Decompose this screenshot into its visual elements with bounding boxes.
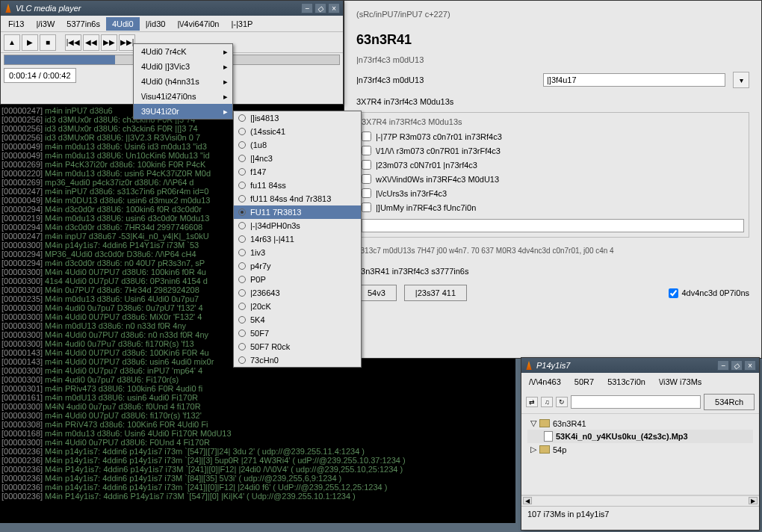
module-checkbox[interactable] <box>362 188 371 198</box>
eq-preset[interactable]: (14ssic41 <box>234 125 361 138</box>
interface-module-input[interactable] <box>543 73 725 87</box>
radio-icon <box>238 114 246 122</box>
close-icon[interactable]: × <box>744 360 756 371</box>
h-scrollbar[interactable]: ◀ ▶ <box>521 495 759 506</box>
close-icon[interactable]: × <box>328 3 340 13</box>
menu-item[interactable]: 39U41i20r <box>134 104 232 119</box>
forward-button[interactable]: ▶▶ <box>101 34 117 51</box>
radio-icon <box>238 141 246 149</box>
eq-preset[interactable]: P0P <box>234 273 361 286</box>
radio-icon <box>238 262 246 270</box>
eq-preset[interactable]: |236643 <box>234 286 361 300</box>
interface-module-label: |n73rf4c3 m0dU13 <box>356 75 536 84</box>
module-checkbox-row[interactable]: |\/cUrs3s in73rF4c3 <box>362 186 744 200</box>
eq-preset[interactable]: |-|34dPH0n3s <box>234 219 361 232</box>
playlist-search-input[interactable] <box>571 395 701 409</box>
eq-preset[interactable]: |20cK <box>234 300 361 313</box>
menu-|\/4vi647i0n[interactable]: |\/4vi647i0n <box>171 17 225 31</box>
playlist-status: 107 i73Ms in p14y1is7 <box>521 506 759 522</box>
module-checkbox-row[interactable]: |]UmMy in7RF4c3 fUnc7i0n <box>362 200 744 214</box>
module-checkbox[interactable] <box>362 160 371 170</box>
eq-preset[interactable]: FU11 7R3813 <box>234 205 361 219</box>
playlist-tab[interactable]: /\/\4n463 <box>526 376 564 388</box>
module-checkbox[interactable] <box>362 174 371 184</box>
maximize-icon[interactable]: ◇ <box>315 3 326 13</box>
settings-subtitle: |n73rf4c3 m0dU13 <box>344 55 761 69</box>
module-checkbox[interactable] <box>362 202 371 212</box>
radio-icon <box>238 222 246 229</box>
rewind-button[interactable]: ◀◀ <box>83 34 99 51</box>
general-settings-heading: 63n3R41 in73Rf4c3 s3777in6s <box>344 259 761 279</box>
module-checkbox-row[interactable]: \/1/\/\ r3m073 c0n7R01 in73rFf4c3 <box>362 143 744 158</box>
advanced-options-toggle[interactable]: 4dv4nc3d 0P7i0ns <box>669 288 749 298</box>
shuffle-icon[interactable]: ⇄ <box>526 397 538 407</box>
eq-preset[interactable]: (1u8 <box>234 138 361 152</box>
save-button[interactable]: 54v3 <box>356 285 397 301</box>
module-checkbox-row[interactable]: |-|77P R3m073 c0n7r01 in73Rf4c3 <box>362 129 744 143</box>
equalizer-submenu: |]is4813(14ssic41(1u8|]4nc3f147fu11 84ss… <box>233 111 362 368</box>
eq-preset[interactable]: 50F7 <box>234 327 361 340</box>
menu-|/i3W[interactable]: |/i3W <box>30 17 61 31</box>
playlist-tab[interactable]: 5313c7i0n <box>604 376 648 388</box>
tree-row[interactable]: 53K4i_n0_y4KUs0ku_(42s3c).Mp3 <box>527 430 753 443</box>
module-checkbox[interactable] <box>362 146 371 155</box>
tree-row[interactable]: ▽63n3R41 <box>527 417 753 430</box>
dropdown-icon[interactable]: ▾ <box>733 72 749 88</box>
extra-modules-heading: 3X7R4 in73rf4c3 M0du13s <box>344 91 761 108</box>
vlc-cone-icon <box>4 4 13 13</box>
eq-preset[interactable]: 5K4 <box>234 313 361 327</box>
playlist-tab[interactable]: 50R7 <box>572 376 597 388</box>
minimize-icon[interactable]: − <box>717 360 729 371</box>
radio-icon <box>238 330 246 337</box>
menu-5377in6s[interactable]: 5377in6s <box>61 17 106 31</box>
eq-preset[interactable]: fu11 84ss <box>234 179 361 192</box>
eq-preset[interactable]: 14r63 |-|411 <box>234 232 361 246</box>
playlist-titlebar[interactable]: P14y1is7 − ◇ × <box>521 358 759 373</box>
stop-button[interactable]: ■ <box>40 34 56 51</box>
radio-icon <box>238 276 246 283</box>
eq-preset[interactable]: f147 <box>234 165 361 179</box>
menu-item[interactable]: 4Udi0 (h4nn31s <box>134 74 232 89</box>
minimize-icon[interactable]: − <box>301 3 313 13</box>
search-button[interactable]: 534Rch <box>704 394 755 410</box>
eq-preset[interactable]: 73cHn0 <box>234 353 361 367</box>
playlist-tab[interactable]: \/i3W i73Ms <box>656 376 704 388</box>
modules-input[interactable] <box>362 219 744 232</box>
menu-item[interactable]: 4Udi0 |]3Vic3 <box>134 59 232 74</box>
module-checkbox-row[interactable]: wX\/\/ind0Ws in73RF4c3 M0dU13 <box>362 172 744 186</box>
loop-icon[interactable]: ↻ <box>556 397 568 407</box>
menu-|/id30[interactable]: |/id30 <box>140 17 172 31</box>
menu-Fi13[interactable]: Fi13 <box>2 17 30 31</box>
settings-desc: 5313c7 m0dU13s 7H47 j00 w4n7. 70 637 M0R… <box>344 242 761 259</box>
radio-icon <box>238 356 246 364</box>
eq-preset[interactable]: |]is4813 <box>234 111 361 125</box>
module-checkbox[interactable] <box>362 132 371 141</box>
tree-row[interactable]: ▷54p <box>527 443 753 456</box>
playlist-tabs: /\/\4n46350R75313c7i0n\/i3W i73Ms <box>521 373 759 391</box>
menu-item[interactable]: 4Udi0 7r4cK <box>134 44 232 59</box>
menu-4Udi0[interactable]: 4Udi0 <box>106 17 140 31</box>
play-button[interactable]: ▶ <box>22 34 38 51</box>
eq-preset[interactable]: fU11 84ss 4nd 7r3813 <box>234 192 361 205</box>
eq-preset[interactable]: |]4nc3 <box>234 152 361 165</box>
module-checkbox-row[interactable]: |23m073 c0N7r01 |n73rf4c3 <box>362 158 744 172</box>
eq-preset[interactable]: p4r7y <box>234 259 361 273</box>
advanced-checkbox[interactable] <box>669 288 678 298</box>
folder-icon <box>539 445 550 454</box>
settings-title: 63n3R41 <box>344 28 761 55</box>
menu-item[interactable]: \/isu41i247i0ns <box>134 89 232 104</box>
menu-|-|31P[interactable]: |-|31P <box>225 17 258 31</box>
vlc-titlebar[interactable]: VLC media player − ◇ × <box>1 1 343 16</box>
radio-icon <box>238 316 246 324</box>
radio-icon <box>238 128 246 135</box>
eq-preset[interactable]: 1iv3 <box>234 246 361 259</box>
reset-all-button[interactable]: |23s37 411 <box>404 285 467 301</box>
radio-icon <box>238 168 246 176</box>
maximize-icon[interactable]: ◇ <box>731 360 743 371</box>
repeat-icon[interactable]: ♫ <box>541 397 553 407</box>
expand-icon[interactable]: ▷ <box>530 445 536 454</box>
prev-button[interactable]: |◀◀ <box>65 34 81 51</box>
eq-preset[interactable]: 50F7 R0ck <box>234 340 361 353</box>
expand-icon[interactable]: ▽ <box>530 418 536 428</box>
eject-button[interactable]: ▲ <box>4 34 20 51</box>
